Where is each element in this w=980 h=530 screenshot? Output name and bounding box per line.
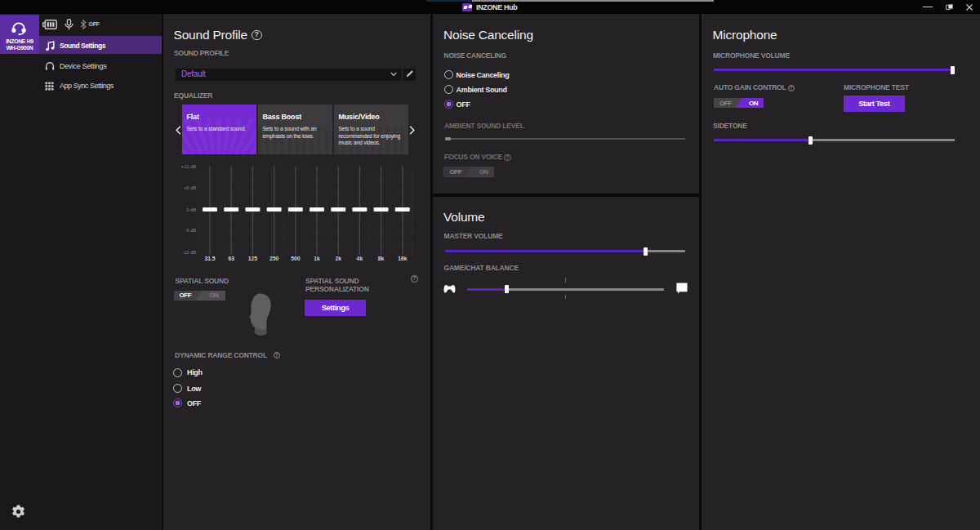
- svg-text:+12 dB: +12 dB: [181, 164, 196, 169]
- svg-text:1k: 1k: [314, 256, 320, 261]
- svg-text:0 dB: 0 dB: [186, 207, 196, 212]
- svg-text:250: 250: [270, 256, 279, 261]
- svg-text:16k: 16k: [398, 256, 408, 261]
- svg-text:4k: 4k: [357, 256, 363, 261]
- svg-text:31.5: 31.5: [204, 256, 215, 261]
- svg-text:-6 dB: -6 dB: [185, 228, 196, 233]
- svg-text:+6 dB: +6 dB: [184, 185, 196, 190]
- svg-text:500: 500: [291, 256, 301, 261]
- svg-text:-12 dB: -12 dB: [182, 250, 196, 255]
- svg-text:125: 125: [248, 256, 258, 261]
- svg-text:8k: 8k: [378, 256, 385, 261]
- svg-text:63: 63: [228, 256, 234, 261]
- svg-text:2k: 2k: [335, 256, 341, 261]
